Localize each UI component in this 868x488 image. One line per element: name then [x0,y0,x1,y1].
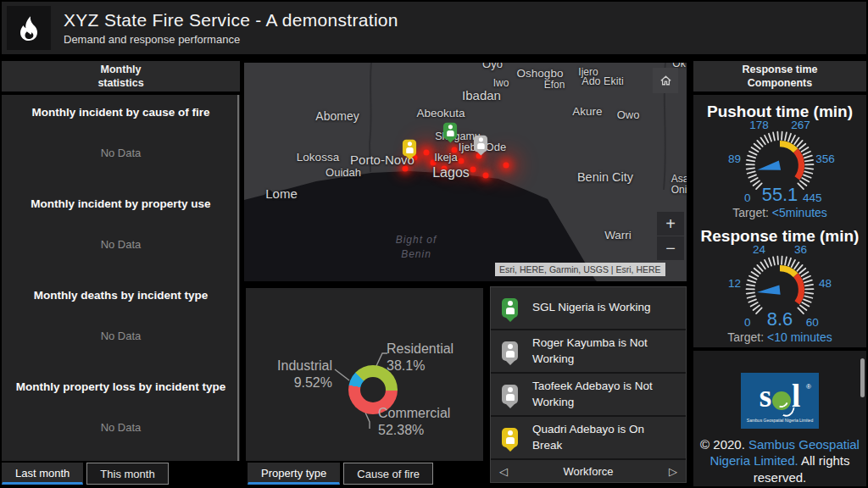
no-data-label: No Data [2,393,240,461]
slice-percent: 38.1% [387,358,453,374]
person-head [508,344,513,349]
personnel-marker-on-break[interactable] [403,140,416,157]
no-data-label: No Data [2,302,240,369]
gauge-tick-label: 36 [794,244,807,256]
slice-percent: 9.52% [264,374,332,391]
section-title: Monthly incident by cause of fire [2,95,240,119]
slice-label-residential: Residential 38.1% [387,341,453,374]
tab-property-type[interactable]: Property type [248,463,340,485]
workforce-item[interactable]: Quadri Adebayo is On Break [491,417,686,460]
gauge-tick-label: 267 [791,119,810,131]
person-body [506,308,515,314]
person-body [447,130,454,136]
person-head [508,301,513,306]
slice-name: Residential [387,341,453,358]
sidebar-scrollbar[interactable] [237,95,239,461]
incident-dot[interactable] [459,158,465,164]
sidebar-section: Monthly deaths by incident typeNo Data [2,278,240,369]
branding-panel: s l ® Sambus Geospatial Nigeria Limited … [693,351,866,486]
tab-this-month[interactable]: This month [86,463,168,485]
workforce-item[interactable]: Taofeek Adebayo is Not Working [491,374,686,417]
map-place-label: Warri [604,229,632,241]
month-tabs: Last month This month [2,463,169,485]
chart-tabs: Property type Cause of fire [248,463,433,485]
map-place-label: Lokossa [297,151,339,164]
globe-icon [772,391,791,410]
response-target: Target: <10 minutes [727,330,832,344]
incident-dot[interactable] [483,173,489,179]
pushout-target: Target: <5minutes [732,206,827,219]
monthly-statistics-panel: Monthly incident by cause of fireNo Data… [2,95,240,461]
personnel-marker-working[interactable] [443,123,457,140]
incident-map[interactable]: OyoOshogboIjeroIwoEfonAdo EkitiIbadanAku… [244,63,687,281]
no-data-label: No Data [2,210,240,278]
response-gauge-title: Response time (min) [701,227,860,246]
no-data-label: No Data [2,119,240,186]
gauge-tick-label: 24 [753,244,766,256]
workforce-item[interactable]: Roger Kayumba is Not Working [491,330,686,374]
workforce-item[interactable]: SGL Nigeria is Working [491,287,686,330]
map-place-label: Ouidah [326,166,361,179]
response-components-header: Response time Components [693,61,866,92]
map-home-button[interactable] [653,68,678,93]
map-place-label: Oyo [482,63,503,70]
tab-last-month[interactable]: Last month [2,463,83,485]
sgl-logo: s l ® Sambus Geospatial Nigeria Limited [741,373,819,429]
gauge-tick-label: 89 [728,152,741,165]
slice-label-commercial: Commercial 52.38% [378,405,450,439]
personnel-marker-not-working[interactable] [474,136,487,152]
map-place-label: Ibadan [462,88,501,103]
person-head [508,387,513,392]
person-head [407,141,411,146]
gauge-value: 55.1 [762,184,798,205]
gauge-value: 8.6 [767,308,793,330]
person-body [506,351,515,358]
person-body [506,437,515,444]
copyright-prefix: © 2020. [700,437,748,452]
dashboard-root: XYZ State Fire Service - A demonstration… [0,0,868,488]
map-place-label: Lagos [432,165,470,180]
gauge-tick-label: 445 [803,191,822,204]
property-type-chart-panel: Residential 38.1% Industrial 9.52% Comme… [246,288,483,461]
workforce-item-label: Taofeek Adebayo is Not Working [532,379,661,409]
logo-caption: Sambus Geospatial Nigeria Limited [747,418,813,423]
workforce-pager-label: Workforce [564,465,614,478]
incident-dot[interactable] [504,163,509,169]
incident-dot[interactable] [470,167,476,173]
incident-dot[interactable] [424,150,430,156]
response-components-label: Response time Components [729,63,831,91]
map-place-label: Abeokuta [416,107,465,119]
section-title: Monthly deaths by incident type [2,278,240,302]
map-place-label: Ikeja [434,151,457,164]
header-titles: XYZ State Fire Service - A demonstration… [64,10,398,46]
slice-name: Industrial [264,358,332,374]
map-place-label: Lome [265,186,298,201]
map-place-label: Benin [401,248,431,260]
panel-scrollbar[interactable] [860,358,865,397]
map-attribution: Esri, HERE, Garmin, USGS | Esri, HERE [495,263,665,276]
person-head [508,430,513,435]
next-page-arrow[interactable]: ▷ [669,465,677,478]
status-pin-icon-working [502,298,518,318]
map-place-label: Akure [572,105,602,118]
status-pin-icon-not-working [502,385,518,404]
response-time-gauge: 012243648608.6 [713,244,847,332]
zoom-out-button[interactable]: − [657,236,684,260]
gauge-tick-label: 0 [744,316,751,329]
gauge-tick-label: 356 [815,152,835,165]
workforce-panel: SGL Nigeria is WorkingRoger Kayumba is N… [490,286,687,483]
tab-cause-of-fire[interactable]: Cause of fire [343,463,433,485]
app-header: XYZ State Fire Service - A demonstration… [2,2,866,54]
slice-name: Commercial [378,405,450,422]
zoom-in-button[interactable]: + [657,212,684,236]
workforce-item-label: SGL Nigeria is Working [532,300,651,315]
slice-label-industrial: Industrial 9.52% [264,358,332,391]
page-title: XYZ State Fire Service - A demonstration [64,10,398,30]
sidebar-section: Monthly incident by property useNo Data [2,186,240,278]
workforce-pager: ◁ Workforce ▷ [491,460,686,482]
prev-page-arrow[interactable]: ◁ [499,465,508,478]
map-place-label: Benin City [577,170,633,184]
status-pin-icon-on-break [502,428,518,447]
target-value: <10 minutes [767,330,832,344]
workforce-item-label: Roger Kayumba is Not Working [532,336,661,366]
